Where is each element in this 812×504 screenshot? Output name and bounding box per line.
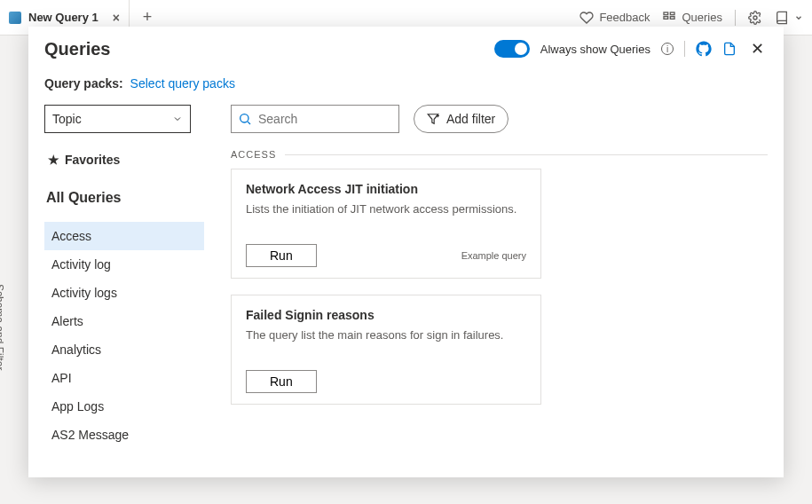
svg-rect-1: [671, 12, 675, 15]
toggle-label: Always show Queries: [540, 43, 650, 56]
query-card: Failed Signin reasonsThe query list the …: [231, 295, 541, 405]
category-item[interactable]: API: [44, 364, 204, 392]
chevron-down-icon: [172, 114, 183, 124]
category-item[interactable]: Activity log: [44, 250, 204, 279]
query-packs-row: Query packs: Select query packs: [28, 60, 784, 96]
results-list: Network Access JIT initiationLists the i…: [231, 169, 768, 477]
add-filter-button[interactable]: Add filter: [414, 105, 508, 133]
always-show-toggle[interactable]: [494, 40, 530, 58]
queries-button[interactable]: Queries: [662, 11, 722, 25]
filter-plus-icon: [427, 113, 439, 125]
svg-line-6: [248, 122, 250, 124]
svg-rect-0: [664, 12, 668, 15]
category-item[interactable]: AS2 Message: [44, 421, 204, 449]
favorites-label: Favorites: [65, 153, 120, 167]
queries-modal: Queries Always show Queries i ✕ Query pa…: [28, 27, 784, 477]
favorites-row[interactable]: ★ Favorites: [44, 146, 204, 170]
dropdown-value: Topic: [52, 112, 82, 126]
topic-dropdown[interactable]: Topic: [44, 105, 191, 133]
query-tab-label: New Query 1: [28, 11, 99, 24]
section-title: ACCESS: [231, 149, 276, 160]
svg-point-4: [753, 16, 757, 20]
search-input[interactable]: [231, 105, 399, 133]
book-icon: [775, 11, 789, 25]
close-button[interactable]: ✕: [747, 37, 768, 60]
modal-title: Queries: [44, 39, 110, 59]
divider: [684, 41, 685, 57]
search-icon: [238, 112, 252, 126]
query-packs-label: Query packs:: [44, 76, 123, 91]
github-icon: [696, 41, 712, 57]
card-description: The query list the main reasons for sign…: [246, 327, 526, 343]
svg-rect-3: [671, 16, 675, 19]
search-box: [231, 105, 399, 133]
run-button[interactable]: Run: [246, 244, 317, 267]
add-filter-label: Add filter: [446, 112, 495, 126]
example-tag: Example query: [461, 250, 526, 261]
settings-button[interactable]: [748, 11, 762, 25]
category-item[interactable]: Activity logs: [44, 279, 204, 307]
divider: [735, 10, 736, 26]
query-card: Network Access JIT initiationLists the i…: [231, 169, 541, 279]
run-button[interactable]: Run: [246, 370, 317, 393]
sidebar: Topic ★ Favorites All Queries AccessActi…: [44, 96, 204, 477]
category-list: AccessActivity logActivity logsAlertsAna…: [44, 222, 204, 477]
card-title: Failed Signin reasons: [246, 308, 526, 322]
close-tab-icon[interactable]: ×: [113, 11, 120, 25]
gear-icon: [748, 11, 762, 25]
side-panel-label[interactable]: Schema and Filter: [0, 284, 5, 370]
query-tab-icon: [9, 12, 21, 24]
feedback-button[interactable]: Feedback: [579, 11, 650, 25]
category-item[interactable]: App Logs: [44, 392, 204, 421]
category-item[interactable]: Analytics: [44, 335, 204, 364]
document-icon: [722, 42, 737, 56]
star-icon: ★: [48, 153, 59, 167]
github-link[interactable]: [696, 41, 712, 57]
section-header: ACCESS: [231, 149, 768, 160]
card-description: Lists the initiation of JIT network acce…: [246, 201, 526, 217]
card-title: Network Access JIT initiation: [246, 182, 526, 196]
category-item[interactable]: Alerts: [44, 307, 204, 335]
queries-icon: [662, 11, 676, 25]
query-packs-link[interactable]: Select query packs: [130, 76, 235, 91]
queries-label: Queries: [682, 11, 722, 24]
panel-button[interactable]: [775, 11, 803, 25]
all-queries-header: All Queries: [44, 183, 204, 209]
heart-icon: [579, 11, 594, 25]
category-item[interactable]: Access: [44, 222, 204, 250]
info-icon[interactable]: i: [661, 43, 674, 55]
svg-rect-2: [664, 16, 668, 19]
docs-link[interactable]: [722, 42, 737, 56]
chevron-down-icon: [794, 13, 803, 22]
feedback-label: Feedback: [599, 11, 650, 24]
new-tab-button[interactable]: +: [130, 8, 165, 27]
svg-point-5: [240, 114, 248, 122]
results-panel: Add filter ACCESS Network Access JIT ini…: [204, 96, 784, 477]
